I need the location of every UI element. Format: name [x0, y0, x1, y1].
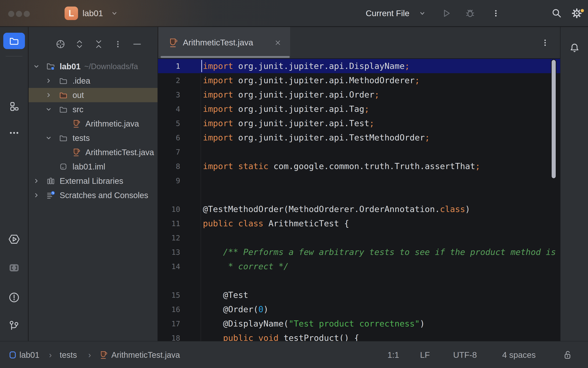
code-line-13[interactable]: 13 /** Performs a few arbitrary tests to… [158, 245, 560, 259]
project-logo[interactable]: L [64, 7, 78, 20]
tree-item-arithmetic-java[interactable]: Arithmetic.java [29, 117, 158, 131]
code-line-6[interactable]: 6import org.junit.jupiter.api.TestMethod… [158, 130, 560, 145]
code-line-5[interactable]: 5import org.junit.jupiter.api.Test; [158, 116, 560, 130]
tree-item-scratches-and-consoles[interactable]: Scratches and Consoles [29, 188, 158, 202]
code-line-2[interactable]: 2import org.junit.jupiter.api.MethodOrde… [158, 73, 560, 88]
tab-options-kebab-icon[interactable] [538, 27, 552, 58]
toolwindow-problems-button[interactable] [0, 289, 28, 306]
run-button[interactable] [439, 0, 453, 27]
line-number: 6 [158, 134, 180, 142]
chevron-right-icon[interactable] [44, 88, 53, 102]
tree-item-external-libraries[interactable]: External Libraries [29, 174, 158, 188]
code-text: import org.junit.jupiter.api.Test; [180, 118, 374, 128]
window-minimize-button[interactable] [16, 11, 22, 17]
editor-tab-bar: ArithmeticTest.java [158, 27, 560, 58]
line-number: 3 [158, 91, 180, 99]
code-line-18[interactable]: 18 public void testProduct() { [158, 331, 560, 341]
code-line-12[interactable]: 12 [158, 231, 560, 245]
code-text: @DisplayName("Test product correctness") [180, 319, 425, 329]
breadcrumb-folder[interactable]: tests [60, 341, 77, 368]
window-zoom-button[interactable] [24, 11, 30, 17]
debug-button[interactable] [463, 0, 477, 27]
search-icon[interactable] [550, 0, 564, 27]
code-text: @Test [180, 290, 248, 300]
tree-item-label: tests [72, 131, 90, 145]
code-text: import org.junit.jupiter.api.Tag; [180, 104, 369, 114]
code-spacer-row [158, 274, 560, 288]
line-ending-widget[interactable]: LF [413, 341, 437, 368]
tree-item-arithmetictest-java[interactable]: ArithmeticTest.java [29, 145, 158, 159]
project-path: ~/Downloads/fa [84, 62, 138, 71]
code-text: import org.junit.jupiter.api.Order; [180, 90, 379, 100]
code-text: import org.junit.jupiter.api.TestMethodO… [180, 133, 430, 142]
run-configuration-selector[interactable]: Current File [366, 0, 410, 27]
iml-file-icon [58, 159, 68, 174]
encoding-widget[interactable]: UTF-8 [447, 341, 483, 368]
folder-icon [9, 36, 19, 46]
collapse-all-icon[interactable] [91, 37, 106, 52]
line-number: 17 [158, 320, 180, 328]
chevron-down-icon[interactable] [44, 102, 53, 117]
settings-gear-icon[interactable] [570, 0, 584, 27]
notifications-bell-icon[interactable] [567, 35, 582, 61]
toolwindow-project-button[interactable] [3, 33, 25, 49]
window-close-button[interactable] [8, 11, 14, 17]
breadcrumb-file[interactable]: ArithmeticTest.java [111, 341, 180, 368]
hide-panel-icon[interactable] [130, 37, 144, 52]
code-line-17[interactable]: 17 @DisplayName("Test product correctnes… [158, 316, 560, 331]
tree-item-label: External Libraries [60, 174, 123, 188]
terminal-brackets-icon[interactable] [0, 260, 28, 276]
breadcrumb-module[interactable]: lab01 [19, 341, 39, 368]
expand-all-icon[interactable] [72, 37, 87, 52]
tree-item-out[interactable]: out [29, 88, 158, 102]
module-icon [7, 341, 19, 368]
chevron-right-icon[interactable] [31, 174, 41, 188]
line-number: 11 [158, 219, 180, 228]
code-line-14[interactable]: 14 * correct */ [158, 259, 560, 274]
project-folder-icon [46, 59, 56, 74]
code-text: import org.junit.jupiter.api.MethodOrder… [180, 75, 420, 85]
line-number: 7 [158, 148, 180, 156]
tree-item-label: lab01~/Downloads/fa [60, 59, 138, 74]
toolwindow-services-button[interactable] [0, 231, 28, 247]
tree-item-label: src [72, 102, 83, 117]
caret-position-widget[interactable]: 1:1 [380, 341, 407, 368]
chevron-down-icon [107, 0, 122, 27]
tree-item-src[interactable]: src [29, 102, 158, 117]
code-line-15[interactable]: 15 @Test [158, 288, 560, 302]
more-toolwindows-icon[interactable] [0, 125, 28, 141]
code-line-10[interactable]: 10@TestMethodOrder(MethodOrderer.OrderAn… [158, 202, 560, 216]
code-line-11[interactable]: 11public class ArithmeticTest { [158, 216, 560, 231]
tree-item-tests[interactable]: tests [29, 131, 158, 145]
code-line-1[interactable]: 1import org.junit.jupiter.api.DisplayNam… [158, 59, 560, 73]
more-actions-kebab-icon[interactable] [489, 0, 503, 27]
chevron-down-icon[interactable] [31, 59, 41, 74]
chevron-right-icon[interactable] [31, 188, 41, 202]
code-text: import org.junit.jupiter.api.DisplayName… [180, 61, 410, 71]
code-text: * correct */ [180, 261, 289, 271]
project-widget[interactable]: lab01 [82, 0, 103, 27]
chevron-right-icon[interactable] [44, 74, 53, 88]
panel-options-kebab-icon[interactable] [111, 37, 125, 52]
editor-tab-arithmetictest[interactable]: ArithmeticTest.java [158, 27, 290, 58]
tree-item-label: out [72, 88, 84, 102]
code-line-16[interactable]: 16 @Order(0) [158, 302, 560, 316]
code-line-8[interactable]: 8import static com.google.common.truth.T… [158, 159, 560, 173]
ide-window: L lab01 Current File [0, 0, 588, 368]
toolwindow-version-control-button[interactable] [0, 317, 28, 334]
code-line-7[interactable]: 7 [158, 145, 560, 159]
code-line-3[interactable]: 3import org.junit.jupiter.api.Order; [158, 88, 560, 102]
tree-item-lab01-iml[interactable]: lab01.iml [29, 159, 158, 174]
indent-widget[interactable]: 4 spaces [497, 341, 541, 368]
code-line-4[interactable]: 4import org.junit.jupiter.api.Tag; [158, 102, 560, 116]
unlocked-padlock-icon[interactable] [560, 341, 575, 368]
chevron-down-icon[interactable] [44, 131, 53, 145]
tree-item--idea[interactable]: .idea [29, 74, 158, 88]
tree-item-lab01[interactable]: lab01~/Downloads/fa [29, 59, 158, 74]
editor-vertical-scrollbar[interactable] [551, 59, 556, 179]
locate-file-icon[interactable] [53, 37, 68, 52]
close-tab-icon[interactable] [271, 27, 285, 58]
toolwindow-structure-button[interactable] [0, 99, 28, 115]
code-line-9[interactable]: 9 [158, 173, 560, 188]
code-editor[interactable]: 1import org.junit.jupiter.api.DisplayNam… [158, 58, 560, 341]
